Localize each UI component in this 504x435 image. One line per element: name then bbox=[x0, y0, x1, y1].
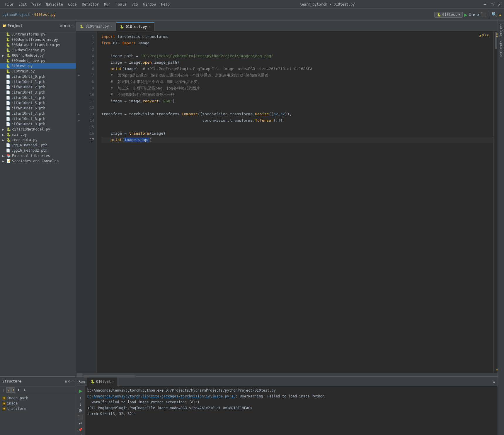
output-link[interactable]: D:\Anaconda3\envs\pytorch\lib\site-packa… bbox=[87, 394, 236, 398]
data-file-icon: 📄 bbox=[6, 85, 10, 89]
structure-item-image[interactable]: v image bbox=[1, 401, 75, 406]
menu-edit[interactable]: Edit bbox=[16, 2, 29, 7]
tree-item-cifar10net-5[interactable]: 📄 cifar10net_5.pth bbox=[0, 100, 76, 106]
menu-view[interactable]: View bbox=[30, 2, 43, 7]
close-button[interactable]: ✕ bbox=[497, 2, 502, 7]
menu-tools[interactable]: Tools bbox=[113, 2, 129, 7]
expand-icon[interactable]: ▶ bbox=[2, 160, 6, 163]
tree-item-006[interactable]: 🐍 006dataset_transform.py bbox=[0, 42, 76, 48]
expand-icon[interactable]: ▶ bbox=[2, 128, 6, 131]
run-up-button[interactable]: ↑ bbox=[77, 395, 84, 401]
sidebar-settings-icon[interactable]: ⚙ bbox=[67, 23, 70, 28]
sidebar-add-icon[interactable]: ⊕ bbox=[60, 23, 62, 28]
tree-item-cifar10net-8[interactable]: 📄 cifar10net_8.pth bbox=[0, 116, 76, 121]
run-stop-button[interactable]: ⬛ bbox=[77, 414, 84, 420]
code-content[interactable]: ▲ 8 ∧ ∨ import torchvision.transforms fr… bbox=[97, 31, 493, 373]
bookmark-button[interactable]: ★ bbox=[498, 11, 502, 18]
tree-item-scratches[interactable]: ▶ 📝 Scratches and Consoles bbox=[0, 158, 76, 164]
structure-toolbar-icons: ⇅ ⚙ ─ bbox=[65, 379, 74, 383]
filter-f-button[interactable]: f bbox=[11, 387, 15, 393]
tree-item-vgg16-1[interactable]: 📄 vgg16_method1.pth bbox=[0, 143, 76, 148]
maximize-button[interactable]: □ bbox=[490, 2, 494, 7]
tree-item-cifar10net-9[interactable]: 📄 cifar10net_9.pth bbox=[0, 121, 76, 127]
tree-label: cifar10net_2.pth bbox=[11, 85, 45, 89]
tab-close-icon[interactable]: ✕ bbox=[110, 25, 113, 28]
sort-alpha-button[interactable]: ↕ bbox=[1, 387, 6, 393]
run-settings-btn[interactable]: ⚙ bbox=[77, 408, 84, 414]
tree-item-cifar10net-2[interactable]: 📄 cifar10net_2.pth bbox=[0, 84, 76, 90]
sidebar-tab-structure[interactable]: Structure bbox=[499, 39, 503, 58]
menu-refactor[interactable]: Refactor bbox=[79, 2, 101, 7]
tab-close-icon[interactable]: ✕ bbox=[149, 25, 151, 29]
tree-item-009[interactable]: 🐍 009model_save.py bbox=[0, 58, 76, 63]
expand-icon[interactable]: ▶ bbox=[2, 154, 6, 158]
run-down-button[interactable]: ↓ bbox=[77, 401, 84, 407]
collapse-button[interactable]: ⬇ bbox=[22, 387, 28, 393]
expand-icon[interactable]: ▶ bbox=[2, 133, 6, 136]
tree-item-vgg16-2[interactable]: 📄 vgg16_method2.pth bbox=[0, 148, 76, 153]
tree-item-cifar10net-7[interactable]: 📄 cifar10net_7.pth bbox=[0, 111, 76, 116]
tree-item-external-libs[interactable]: ▶ 📚 External Libraries bbox=[0, 153, 76, 158]
expand-icon[interactable]: ▶ bbox=[2, 54, 6, 57]
horizontal-scrollbar[interactable] bbox=[76, 373, 498, 376]
menu-help[interactable]: Help bbox=[159, 2, 172, 7]
structure-collapse-icon[interactable]: ─ bbox=[71, 379, 74, 383]
filter-v-button[interactable]: v bbox=[6, 387, 11, 393]
tree-item-007[interactable]: 🐍 007dataloader.py bbox=[0, 48, 76, 53]
sidebar-sort-icon[interactable]: ⇅ bbox=[64, 23, 66, 28]
tree-item-cifar10net-0[interactable]: 📄 cifar10net_0.pth bbox=[0, 74, 76, 79]
run-pin-button[interactable]: 📌 bbox=[77, 427, 84, 432]
profile-button[interactable]: ↺ bbox=[477, 12, 480, 17]
sidebar-tab-project[interactable]: Project bbox=[499, 22, 503, 38]
run-play-button[interactable]: ▶ bbox=[77, 387, 84, 394]
tree-item-005[interactable]: 🐍 005UsefulTransforms.py bbox=[0, 37, 76, 42]
tree-item-008[interactable]: ▶ 🐍 008nn.Module.py bbox=[0, 53, 76, 58]
menu-window[interactable]: Window bbox=[141, 2, 158, 7]
structure-sort-icon[interactable]: ⇅ bbox=[65, 379, 67, 383]
sidebar-collapse-icon[interactable]: ─ bbox=[71, 23, 74, 28]
tree-item-010test[interactable]: 🐍 010test.py bbox=[0, 63, 76, 69]
line-num-7: 7 bbox=[82, 72, 96, 79]
tree-item-cifar10net-1[interactable]: 📄 cifar10net_1.pth bbox=[0, 79, 76, 84]
menu-code[interactable]: Code bbox=[66, 2, 79, 7]
stop-button[interactable]: ⬛ bbox=[481, 12, 486, 17]
tree-item-004transforms[interactable]: 🐍 004transforms.py bbox=[0, 32, 76, 37]
run-configuration[interactable]: 🐍 010test ▼ bbox=[434, 12, 463, 18]
structure-settings-icon[interactable]: ⚙ bbox=[68, 379, 70, 383]
tree-label: 008nn.Module.py bbox=[12, 53, 44, 57]
expand-button[interactable]: ⬆ bbox=[16, 387, 21, 393]
output-line-2: D:\Anaconda3\envs\pytorch\lib\site-packa… bbox=[87, 393, 495, 399]
run-config-dropdown[interactable]: ▼ bbox=[458, 13, 460, 16]
run-settings-icon[interactable]: ⚙ bbox=[493, 379, 495, 384]
tab-010train[interactable]: 🐍 010train.py ✕ bbox=[76, 22, 116, 31]
tree-item-cifar10netmodel[interactable]: ▶ 🐍 cifar10NetModel.py bbox=[0, 127, 76, 132]
coverage-button[interactable]: ▶ bbox=[473, 12, 476, 17]
warning-mark-2 bbox=[496, 36, 498, 37]
run-expand-button[interactable]: ⤢ bbox=[77, 433, 84, 435]
run-tab[interactable]: 🐍 010test ✕ bbox=[87, 377, 118, 386]
structure-item-transform[interactable]: v transform bbox=[1, 406, 75, 411]
minimize-button[interactable]: ─ bbox=[483, 2, 487, 7]
run-button[interactable]: ▶ bbox=[464, 11, 467, 18]
run-wrap-button[interactable]: ↵ bbox=[77, 421, 84, 426]
expand-icon[interactable]: ▶ bbox=[2, 138, 6, 142]
structure-item-image-path[interactable]: v image_path bbox=[1, 395, 75, 401]
menu-run[interactable]: Run bbox=[102, 2, 113, 7]
menu-file[interactable]: File bbox=[2, 2, 16, 7]
gutter-line-5 bbox=[76, 59, 82, 66]
tree-item-main[interactable]: ▶ 🐍 main.py bbox=[0, 132, 76, 137]
tree-item-cifar10net-3[interactable]: 📄 cifar10net_3.pth bbox=[0, 90, 76, 95]
tree-item-010train[interactable]: 🐍 010train.py bbox=[0, 69, 76, 74]
code-line-15 bbox=[101, 124, 493, 130]
menu-vcs[interactable]: VCS bbox=[129, 2, 140, 7]
tree-item-readdata[interactable]: ▶ 🐍 read_data.py bbox=[0, 137, 76, 143]
debug-button[interactable]: ⚙ bbox=[469, 12, 471, 17]
tree-item-cifar10net-4[interactable]: 📄 cifar10net_4.pth bbox=[0, 95, 76, 100]
code-editor[interactable]: ▶ ▶ ▶ 1 2 3 4 5 6 7 8 bbox=[76, 31, 498, 373]
vertical-scrollbar[interactable] bbox=[493, 31, 498, 373]
tree-item-cifar10net-6[interactable]: 📄 cifar10net_6.pth bbox=[0, 106, 76, 111]
menu-navigate[interactable]: Navigate bbox=[44, 2, 65, 7]
search-button[interactable]: 🔍 bbox=[491, 12, 497, 17]
tab-010test[interactable]: 🐍 010test.py ✕ bbox=[116, 22, 154, 31]
run-tab-close[interactable]: ✕ bbox=[112, 380, 114, 383]
